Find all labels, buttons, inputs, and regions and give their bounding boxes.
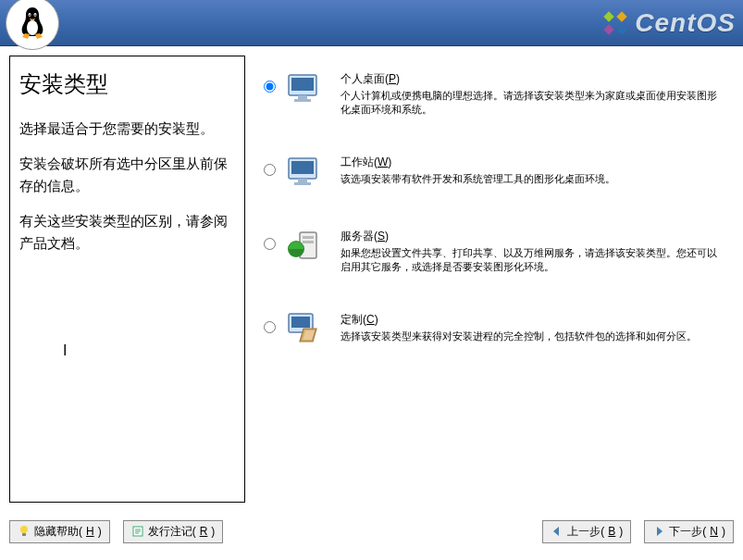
option-server-radio[interactable] [264,238,276,250]
svg-rect-13 [294,99,311,102]
tux-icon [18,6,47,41]
option-title: 个人桌面(P) [341,71,726,87]
footer: 隐藏帮助(H) 发行注记(R) 上一步(B) 下一步(N) [0,512,743,551]
option-title: 定制(C) [341,312,726,328]
hide-help-button[interactable]: 隐藏帮助(H) [9,520,110,543]
svg-rect-6 [604,11,614,21]
help-sidebar: 安装类型 选择最适合于您需要的安装型。 安装会破坏所有选中分区里从前保存的信息。… [9,56,245,503]
release-notes-button[interactable]: 发行注记(R) [123,520,224,543]
svg-point-3 [29,15,30,17]
svg-rect-8 [604,24,614,34]
arrow-right-icon [652,525,665,538]
next-button[interactable]: 下一步(N) [644,520,734,543]
option-title: 服务器(S) [341,229,726,244]
option-custom[interactable]: 定制(C) 选择该安装类型来获得对安装进程的完全控制，包括软件包的选择和如何分区… [258,310,726,349]
option-personal-desktop-radio[interactable] [264,81,276,93]
option-workstation-radio[interactable] [264,164,276,176]
option-desc: 个人计算机或便携电脑的理想选择。请选择该安装类型来为家庭或桌面使用安装图形化桌面… [341,89,726,118]
option-desc: 如果您想设置文件共享、打印共享、以及万维网服务，请选择该安装类型。您还可以启用其… [341,246,726,275]
option-desc: 选择该安装类型来获得对安装进程的完全控制，包括软件包的选择和如何分区。 [341,330,726,343]
desktop-icon [285,69,324,108]
custom-icon [285,310,324,349]
bulb-icon [18,525,31,538]
option-workstation[interactable]: 工作站(W) 该选项安装带有软件开发和系统管理工具的图形化桌面环境。 [258,153,726,192]
centos-icon [601,9,629,37]
sidebar-para: 选择最适合于您需要的安装型。 [19,118,235,140]
brand-text: CentOS [635,8,736,38]
centos-logo: CentOS [601,8,736,38]
svg-rect-17 [294,182,311,185]
svg-rect-20 [303,241,314,243]
svg-rect-16 [298,179,307,182]
svg-rect-15 [291,161,314,174]
option-custom-radio[interactable] [264,321,276,333]
arrow-left-icon [551,525,563,538]
installation-options: 个人桌面(P) 个人计算机或便携电脑的理想选择。请选择该安装类型来为家庭或桌面使… [258,56,734,503]
text-cursor: I [63,342,67,359]
sidebar-title: 安装类型 [19,69,235,99]
svg-rect-19 [303,236,314,239]
sidebar-para: 有关这些安装类型的区别，请参阅产品文档。 [19,210,235,255]
svg-point-24 [20,526,28,533]
option-desc: 该选项安装带有软件开发和系统管理工具的图形化桌面环境。 [341,172,726,186]
sidebar-para: 安装会破坏所有选中分区里从前保存的信息。 [19,153,235,197]
option-server[interactable]: 服务器(S) 如果您想设置文件共享、打印共享、以及万维网服务，请选择该安装类型。… [258,227,726,275]
svg-point-5 [27,20,38,35]
notes-icon [131,525,144,538]
svg-rect-12 [298,95,307,99]
svg-point-4 [34,15,35,17]
svg-rect-11 [291,78,314,91]
header: CentOS [0,0,743,46]
distro-logo [6,0,59,50]
svg-rect-7 [617,11,627,21]
svg-rect-9 [617,24,627,34]
svg-rect-25 [22,533,26,536]
svg-rect-23 [291,317,310,328]
option-personal-desktop[interactable]: 个人桌面(P) 个人计算机或便携电脑的理想选择。请选择该安装类型来为家庭或桌面使… [258,69,726,118]
option-title: 工作站(W) [341,155,726,170]
workstation-icon [285,153,324,192]
back-button[interactable]: 上一步(B) [542,520,631,543]
content: 安装类型 选择最适合于您需要的安装型。 安装会破坏所有选中分区里从前保存的信息。… [0,46,743,512]
server-icon [285,227,324,266]
